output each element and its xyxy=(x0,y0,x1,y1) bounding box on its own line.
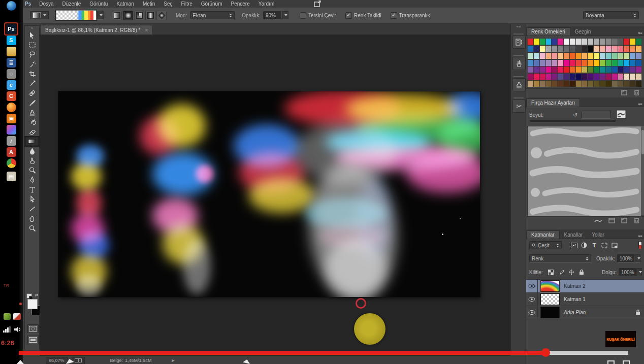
tool-preset-picker[interactable] xyxy=(30,11,49,19)
color-swatch[interactable] xyxy=(570,60,575,66)
menu-item[interactable]: Seç xyxy=(164,1,172,7)
color-swatch[interactable] xyxy=(582,53,588,59)
linear-gradient-button[interactable] xyxy=(112,11,122,20)
color-swatch[interactable] xyxy=(588,60,593,66)
layer-filter-toggle[interactable] xyxy=(638,241,642,249)
color-swatch[interactable] xyxy=(570,46,575,52)
color-swatch[interactable] xyxy=(594,46,599,52)
color-swatch[interactable] xyxy=(558,39,563,45)
zoom-tool[interactable] xyxy=(25,223,39,233)
trash-icon[interactable] xyxy=(634,88,639,97)
color-swatch[interactable] xyxy=(588,67,593,73)
layer-thumbnail[interactable] xyxy=(540,293,560,305)
reflected-gradient-button[interactable] xyxy=(145,11,155,20)
color-swatch[interactable] xyxy=(618,81,624,87)
layer-thumbnail[interactable] xyxy=(540,307,560,318)
layer-visibility-toggle[interactable] xyxy=(526,280,538,292)
color-swatch[interactable] xyxy=(558,46,563,52)
color-swatch[interactable] xyxy=(636,53,641,59)
color-swatch[interactable] xyxy=(588,74,593,80)
layer-opacity-input[interactable]: 100% xyxy=(617,254,634,262)
type-tool[interactable] xyxy=(25,185,39,194)
color-swatch[interactable] xyxy=(558,74,563,80)
color-swatch[interactable] xyxy=(576,39,582,45)
size-slider[interactable] xyxy=(530,120,616,122)
color-swatch[interactable] xyxy=(594,39,599,45)
history-panel-icon[interactable] xyxy=(512,36,526,49)
color-swatch[interactable] xyxy=(528,39,533,45)
color-swatch[interactable] xyxy=(618,53,624,59)
dither-checkbox[interactable]: ✓ Renk Taklidi xyxy=(345,12,381,19)
menu-item[interactable]: Katman xyxy=(116,1,134,7)
lasso-tool[interactable] xyxy=(25,50,39,59)
taskbar-firefox-icon[interactable] xyxy=(5,102,17,113)
color-swatch[interactable] xyxy=(588,53,593,59)
color-swatch[interactable] xyxy=(618,60,624,66)
color-swatch[interactable] xyxy=(528,53,533,59)
color-swatch[interactable] xyxy=(552,53,557,59)
blend-mode-select[interactable]: Ekran xyxy=(190,11,235,19)
network-signal-icon[interactable] xyxy=(3,325,11,335)
zoom-level-field[interactable]: 86,07% xyxy=(46,357,68,364)
tray-language[interactable]: TR xyxy=(4,283,9,288)
color-swatch[interactable] xyxy=(570,81,575,87)
tab-layers[interactable]: Katmanlar xyxy=(526,230,560,239)
brush-preset-list[interactable] xyxy=(527,126,641,216)
color-swatch[interactable] xyxy=(540,39,545,45)
tab-channels[interactable]: Kanallar xyxy=(560,231,588,239)
color-swatch[interactable] xyxy=(606,60,611,66)
move-tool[interactable] xyxy=(25,30,39,40)
taskbar-skype-icon[interactable]: S xyxy=(5,35,17,46)
color-swatch[interactable] xyxy=(558,81,563,87)
crop-tool[interactable] xyxy=(25,69,39,79)
foreground-color-swatch[interactable] xyxy=(27,299,38,309)
color-swatch[interactable] xyxy=(540,53,545,59)
color-swatch[interactable] xyxy=(564,53,569,59)
size-input[interactable] xyxy=(582,111,611,119)
color-swatch[interactable] xyxy=(564,74,569,80)
opacity-dropdown-button[interactable] xyxy=(282,11,288,19)
color-swatch[interactable] xyxy=(612,39,618,45)
color-swatch[interactable] xyxy=(630,39,635,45)
color-swatch[interactable] xyxy=(552,67,557,73)
gradient-preview[interactable] xyxy=(56,10,96,20)
color-swatch[interactable] xyxy=(618,39,624,45)
color-swatch[interactable] xyxy=(600,74,605,80)
color-swatch[interactable] xyxy=(576,67,582,73)
lock-position-icon[interactable] xyxy=(566,268,576,276)
color-swatch[interactable] xyxy=(600,53,605,59)
color-swatch[interactable] xyxy=(612,46,618,52)
tray-app-icon[interactable] xyxy=(13,313,21,320)
panel-menu-icon[interactable]: ▾≡ xyxy=(638,234,642,239)
color-swatch[interactable] xyxy=(540,74,545,80)
opacity-input[interactable]: 90% xyxy=(263,11,281,19)
blur-tool[interactable] xyxy=(25,146,39,156)
color-swatch[interactable] xyxy=(546,67,552,73)
collapse-toolbar-icon[interactable]: » xyxy=(25,26,39,30)
color-swatch[interactable] xyxy=(636,67,641,73)
radial-gradient-button[interactable] xyxy=(123,11,133,20)
color-swatch[interactable] xyxy=(594,60,599,66)
taskbar-app-icon[interactable]: ▣ xyxy=(5,113,17,124)
hand-tool[interactable] xyxy=(25,214,39,223)
volume-icon[interactable] xyxy=(14,325,21,335)
color-swatch[interactable] xyxy=(606,81,611,87)
color-swatch[interactable] xyxy=(552,81,557,87)
quick-mask-button[interactable] xyxy=(27,324,39,333)
color-swatch[interactable] xyxy=(582,46,588,52)
player-progress-played[interactable] xyxy=(19,351,543,355)
color-swatch[interactable] xyxy=(546,60,552,66)
color-swatch[interactable] xyxy=(534,46,539,52)
eraser-tool[interactable] xyxy=(25,127,39,137)
color-swatch[interactable] xyxy=(588,46,593,52)
filter-pixel-layers-icon[interactable] xyxy=(569,241,579,249)
new-swatch-icon[interactable] xyxy=(621,88,628,97)
color-swatch[interactable] xyxy=(612,74,618,80)
color-swatch[interactable] xyxy=(528,60,533,66)
color-swatch[interactable] xyxy=(582,74,588,80)
player-progress-track[interactable] xyxy=(543,351,628,355)
color-swatch[interactable] xyxy=(576,81,582,87)
brush-panel-icon[interactable] xyxy=(512,57,526,70)
stroke-preview-toggle-icon[interactable] xyxy=(594,216,602,225)
menu-item[interactable]: Düzenle xyxy=(62,1,81,7)
